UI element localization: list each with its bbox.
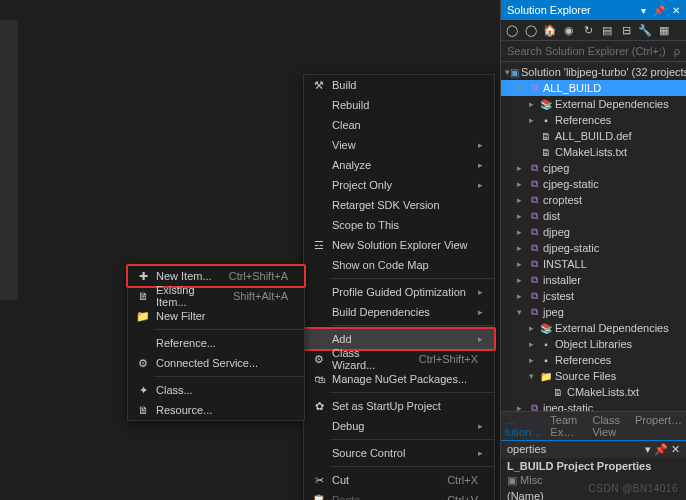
expand-arrow[interactable]: ▸ bbox=[529, 339, 539, 349]
properties-icon[interactable]: 🔧 bbox=[638, 23, 652, 37]
tree-item[interactable]: ▸▪Object Libraries bbox=[501, 336, 686, 352]
expand-arrow[interactable]: ▸ bbox=[529, 99, 539, 109]
collapse-icon[interactable]: ⊟ bbox=[619, 23, 633, 37]
menu-label: Analyze bbox=[328, 159, 478, 171]
menu-icon: ✿ bbox=[310, 400, 328, 413]
menu-item[interactable]: 📁New Filter bbox=[128, 306, 304, 326]
expand-arrow[interactable]: ▸ bbox=[517, 227, 527, 237]
tree-item[interactable]: ▸⧉installer bbox=[501, 272, 686, 288]
expand-arrow[interactable]: ▾ bbox=[529, 371, 539, 381]
menu-item[interactable]: Clean bbox=[304, 115, 494, 135]
node-icon: ⧉ bbox=[527, 290, 541, 302]
tree-item[interactable]: ▸⧉djpeg-static bbox=[501, 240, 686, 256]
expand-arrow[interactable]: ▾ bbox=[517, 307, 527, 317]
menu-item[interactable]: ✦Class... bbox=[128, 380, 304, 400]
menu-item[interactable]: Source Control▸ bbox=[304, 443, 494, 463]
tab-team[interactable]: Team Ex… bbox=[550, 414, 584, 438]
tree-item[interactable]: ▸⧉djpeg bbox=[501, 224, 686, 240]
menu-icon: ⚒ bbox=[310, 79, 328, 92]
tree-item[interactable]: 🗎CMakeLists.txt bbox=[501, 144, 686, 160]
sync-icon[interactable]: ◉ bbox=[562, 23, 576, 37]
watermark: CSDN @BN14016 bbox=[589, 483, 678, 494]
forward-icon[interactable]: ◯ bbox=[524, 23, 538, 37]
node-icon: ▪ bbox=[539, 339, 553, 350]
tree-item[interactable]: ▸📚External Dependencies bbox=[501, 320, 686, 336]
expand-arrow[interactable]: ▾ bbox=[517, 83, 527, 93]
expand-arrow[interactable]: ▸ bbox=[529, 355, 539, 365]
menu-item[interactable]: View▸ bbox=[304, 135, 494, 155]
menu-item[interactable]: Retarget SDK Version bbox=[304, 195, 494, 215]
tree-item[interactable]: 🗎ALL_BUILD.def bbox=[501, 128, 686, 144]
back-icon[interactable]: ◯ bbox=[505, 23, 519, 37]
expand-arrow[interactable]: ▸ bbox=[517, 163, 527, 173]
menu-item[interactable]: Profile Guided Optimization▸ bbox=[304, 282, 494, 302]
pin-icon[interactable]: 📌 bbox=[653, 5, 665, 16]
solution-tree[interactable]: ▾ ▣ Solution 'libjpeg-turbo' (32 project… bbox=[501, 62, 686, 432]
project-context-menu: ⚒BuildRebuildCleanView▸Analyze▸Project O… bbox=[303, 74, 495, 500]
preview-icon[interactable]: ▦ bbox=[657, 23, 671, 37]
menu-label: New Filter bbox=[152, 310, 288, 322]
search-box[interactable]: Search Solution Explorer (Ctrl+;) ρ bbox=[501, 41, 686, 62]
expand-arrow[interactable]: ▸ bbox=[517, 259, 527, 269]
expand-arrow[interactable]: ▸ bbox=[517, 211, 527, 221]
menu-item[interactable]: Project Only▸ bbox=[304, 175, 494, 195]
tab-solution[interactable]: …lution… bbox=[505, 414, 542, 438]
tree-item[interactable]: ▸⧉INSTALL bbox=[501, 256, 686, 272]
home-icon[interactable]: 🏠 bbox=[543, 23, 557, 37]
tree-item[interactable]: ▸⧉croptest bbox=[501, 192, 686, 208]
tree-item[interactable]: ▾⧉jpeg bbox=[501, 304, 686, 320]
menu-label: Profile Guided Optimization bbox=[328, 286, 478, 298]
submenu-arrow: ▸ bbox=[478, 160, 488, 170]
menu-label: Build Dependencies bbox=[328, 306, 478, 318]
solution-node[interactable]: ▾ ▣ Solution 'libjpeg-turbo' (32 project… bbox=[501, 64, 686, 80]
tree-item[interactable]: ▸📚External Dependencies bbox=[501, 96, 686, 112]
tab-classview[interactable]: Class View bbox=[592, 414, 626, 438]
expand-arrow[interactable]: ▸ bbox=[529, 323, 539, 333]
tree-item[interactable]: 🗎CMakeLists.txt bbox=[501, 384, 686, 400]
menu-item[interactable]: ✿Set as StartUp Project bbox=[304, 396, 494, 416]
close-icon[interactable]: ✕ bbox=[672, 5, 680, 16]
node-label: dist bbox=[543, 210, 560, 222]
expand-arrow[interactable]: ▸ bbox=[517, 243, 527, 253]
menu-item[interactable]: Add▸ bbox=[304, 329, 494, 349]
menu-item[interactable]: Build Dependencies▸ bbox=[304, 302, 494, 322]
submenu-arrow: ▸ bbox=[478, 421, 488, 431]
tree-item[interactable]: ▸▪References bbox=[501, 112, 686, 128]
tree-item[interactable]: ▸⧉dist bbox=[501, 208, 686, 224]
menu-item[interactable]: ✂CutCtrl+X bbox=[304, 470, 494, 490]
menu-item[interactable]: Show on Code Map bbox=[304, 255, 494, 275]
tree-item[interactable]: ▸⧉cjpeg bbox=[501, 160, 686, 176]
menu-item[interactable]: Analyze▸ bbox=[304, 155, 494, 175]
showall-icon[interactable]: ▤ bbox=[600, 23, 614, 37]
menu-item[interactable]: Rebuild bbox=[304, 95, 494, 115]
expand-arrow[interactable]: ▸ bbox=[517, 291, 527, 301]
menu-item[interactable]: Debug▸ bbox=[304, 416, 494, 436]
menu-item[interactable]: Reference... bbox=[128, 333, 304, 353]
menu-item[interactable]: Scope to This bbox=[304, 215, 494, 235]
tab-properties[interactable]: Propert… bbox=[635, 414, 682, 438]
menu-label: Retarget SDK Version bbox=[328, 199, 478, 211]
expand-arrow[interactable]: ▸ bbox=[517, 275, 527, 285]
expand-arrow[interactable]: ▸ bbox=[517, 195, 527, 205]
node-icon: ⧉ bbox=[527, 178, 541, 190]
props-pin-icon[interactable]: ▾ 📌 ✕ bbox=[645, 443, 680, 456]
menu-item[interactable]: 🗎Existing Item...Shift+Alt+A bbox=[128, 286, 304, 306]
menu-item[interactable]: ⚙Connected Service... bbox=[128, 353, 304, 373]
menu-item[interactable]: 🗎Resource... bbox=[128, 400, 304, 420]
expand-arrow[interactable]: ▸ bbox=[529, 115, 539, 125]
menu-label: Class... bbox=[152, 384, 288, 396]
tree-item[interactable]: ▸⧉jcstest bbox=[501, 288, 686, 304]
menu-item[interactable]: ⚒Build bbox=[304, 75, 494, 95]
tree-item[interactable]: ▾⧉ALL_BUILD bbox=[501, 80, 686, 96]
tree-item[interactable]: ▸▪References bbox=[501, 352, 686, 368]
menu-item[interactable]: ✚New Item...Ctrl+Shift+A bbox=[128, 266, 304, 286]
tree-item[interactable]: ▸⧉cjpeg-static bbox=[501, 176, 686, 192]
menu-item[interactable]: ☲New Solution Explorer View bbox=[304, 235, 494, 255]
node-icon: ▪ bbox=[539, 355, 553, 366]
expand-arrow[interactable]: ▸ bbox=[517, 179, 527, 189]
menu-item[interactable]: ⚙Class Wizard...Ctrl+Shift+X bbox=[304, 349, 494, 369]
refresh-icon[interactable]: ↻ bbox=[581, 23, 595, 37]
dropdown-icon[interactable]: ▾ bbox=[641, 5, 646, 16]
menu-item[interactable]: 🛍Manage NuGet Packages... bbox=[304, 369, 494, 389]
tree-item[interactable]: ▾📁Source Files bbox=[501, 368, 686, 384]
